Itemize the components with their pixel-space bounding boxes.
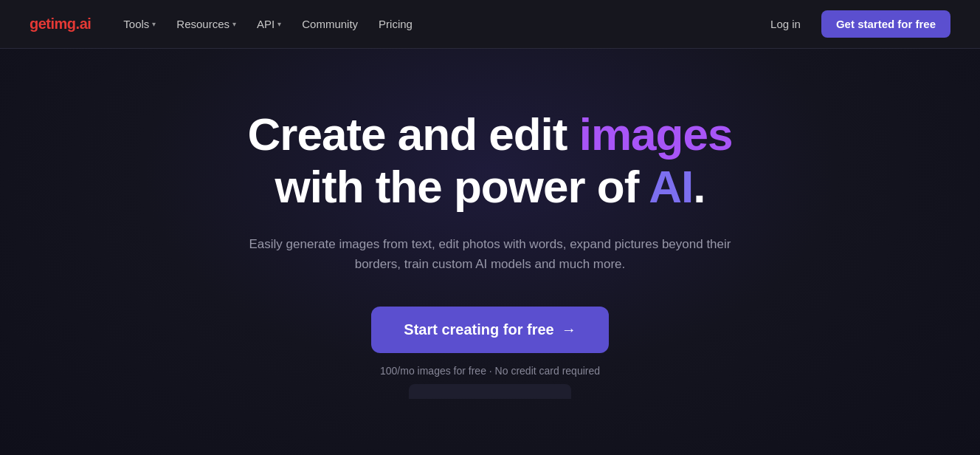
- hero-title-highlight2: AI: [649, 161, 693, 212]
- chevron-down-icon: ▾: [277, 20, 281, 28]
- nav-item-pricing[interactable]: Pricing: [370, 12, 421, 36]
- hero-title: Create and edit images with the power of…: [248, 108, 733, 213]
- nav-item-resources[interactable]: Resources ▾: [168, 12, 245, 36]
- nav-item-tools[interactable]: Tools ▾: [114, 12, 165, 36]
- get-started-nav-button[interactable]: Get started for free: [821, 10, 950, 38]
- nav-pricing-label: Pricing: [379, 18, 413, 30]
- nav-links: Tools ▾ Resources ▾ API ▾ Community Pric…: [114, 12, 421, 36]
- hero-title-end: .: [693, 161, 705, 212]
- login-button[interactable]: Log in: [762, 12, 810, 36]
- logo-text: getimg.ai: [30, 16, 91, 32]
- nav-community-label: Community: [302, 18, 358, 30]
- chevron-down-icon: ▾: [232, 20, 236, 28]
- hero-title-part2: with the power of: [275, 161, 649, 212]
- navbar-right: Log in Get started for free: [762, 10, 950, 38]
- preview-bar: [409, 384, 571, 399]
- hero-subtitle: Easily generate images from text, edit p…: [246, 234, 734, 274]
- nav-api-label: API: [257, 18, 275, 30]
- chevron-down-icon: ▾: [152, 20, 156, 28]
- cta-note: 100/mo images for free · No credit card …: [380, 365, 600, 377]
- nav-item-api[interactable]: API ▾: [248, 12, 290, 36]
- arrow-icon: →: [562, 321, 576, 338]
- hero-title-highlight1: images: [579, 109, 733, 160]
- hero-section: Create and edit images with the power of…: [0, 49, 980, 455]
- navbar-left: getimg.ai Tools ▾ Resources ▾ API ▾ Comm…: [30, 12, 421, 36]
- nav-resources-label: Resources: [176, 18, 230, 30]
- logo[interactable]: getimg.ai: [30, 16, 91, 32]
- cta-label: Start creating for free: [404, 321, 553, 338]
- hero-title-part1: Create and edit: [248, 109, 579, 160]
- bottom-hint: [409, 377, 571, 414]
- navbar: getimg.ai Tools ▾ Resources ▾ API ▾ Comm…: [0, 0, 980, 49]
- nav-tools-label: Tools: [123, 18, 149, 30]
- nav-item-community[interactable]: Community: [293, 12, 367, 36]
- cta-button[interactable]: Start creating for free →: [371, 307, 608, 353]
